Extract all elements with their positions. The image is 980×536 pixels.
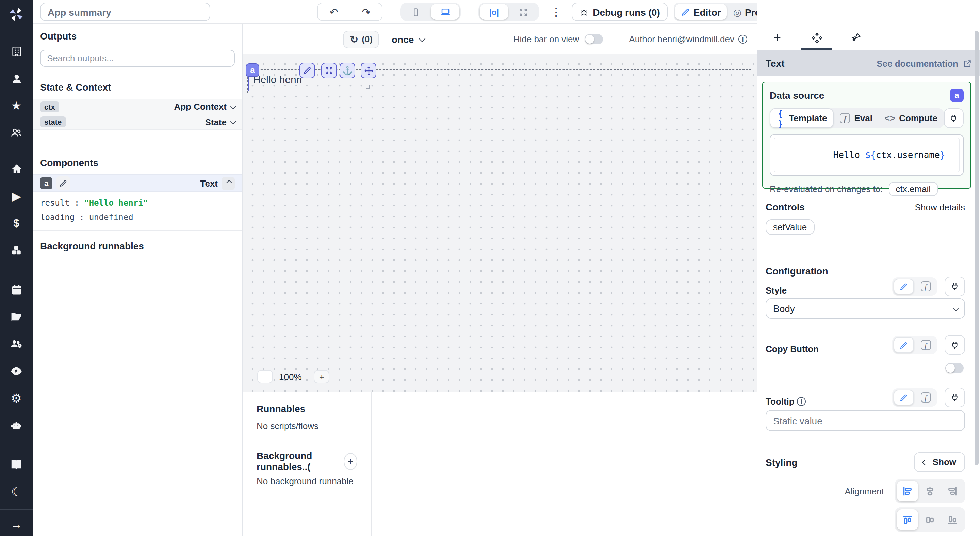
insert-component-tab[interactable]: [757, 24, 797, 50]
resize-handle[interactable]: [366, 85, 370, 89]
template-mode-tab[interactable]: { } Template: [770, 108, 834, 128]
play-runs-icon[interactable]: ▶: [0, 182, 33, 210]
eval-mode-tab[interactable]: f Eval: [834, 108, 878, 128]
windmill-logo[interactable]: [0, 0, 33, 29]
static-editor-button[interactable]: [894, 279, 914, 294]
undo-button[interactable]: ↶: [318, 3, 350, 21]
compute-mode-tab[interactable]: <> Compute: [878, 108, 943, 128]
static-editor-button[interactable]: [894, 337, 914, 353]
edit-component-button[interactable]: [299, 63, 315, 78]
tooltip-label-wrap: Tooltip i: [765, 396, 806, 407]
refresh-icon: ↻: [350, 33, 358, 45]
state-row[interactable]: state State: [33, 115, 242, 130]
component-id-tag[interactable]: a: [246, 63, 259, 77]
state-badge: state: [40, 116, 66, 128]
align-right-button[interactable]: [942, 481, 963, 501]
add-background-runnable-button[interactable]: +: [344, 453, 357, 470]
pencil-icon: [900, 282, 908, 290]
book-docs-icon[interactable]: [0, 451, 33, 478]
gear-settings-icon[interactable]: ⚙: [0, 385, 33, 412]
eval-editor-button[interactable]: f: [915, 389, 936, 405]
home-icon[interactable]: [0, 155, 33, 182]
loading-prop-row[interactable]: loading : undefined: [40, 212, 235, 222]
component-diamonds-icon: [811, 32, 822, 43]
move-component-button[interactable]: [361, 63, 376, 78]
user-group-icon[interactable]: [0, 119, 33, 147]
desktop-view-button[interactable]: [431, 4, 460, 20]
template-code-editor[interactable]: Hello ${ctx.username}: [770, 134, 964, 176]
editor-tab[interactable]: Editor: [675, 4, 727, 20]
app-summary-input[interactable]: [40, 3, 210, 21]
ctx-row[interactable]: ctx App Context: [33, 99, 242, 115]
fullwidth-layout-button[interactable]: [509, 4, 538, 20]
bottom-panel-empty-area: [372, 392, 757, 536]
styling-show-button[interactable]: Show: [914, 452, 965, 472]
static-editor-button[interactable]: [894, 389, 914, 405]
connect-input-button[interactable]: [943, 108, 964, 128]
chevron-down-icon: [231, 103, 236, 109]
eval-editor-button[interactable]: f: [915, 337, 936, 353]
undo-icon: ↶: [329, 6, 338, 18]
robot-ai-icon[interactable]: [0, 412, 33, 439]
refresh-count: (0): [362, 34, 372, 44]
folder-icon[interactable]: [0, 303, 33, 330]
star-icon[interactable]: ★: [0, 92, 33, 119]
anchor-component-button[interactable]: ⚓: [340, 63, 355, 78]
collapse-component-button[interactable]: [222, 177, 235, 190]
collapse-arrow-icon[interactable]: →: [0, 514, 33, 536]
zoom-in-button[interactable]: +: [314, 370, 330, 383]
align-top-button[interactable]: [897, 509, 918, 530]
center-layout-button[interactable]: |o|: [480, 4, 508, 20]
info-icon[interactable]: i: [797, 397, 806, 406]
panel-scrollbar[interactable]: [975, 31, 978, 465]
setvalue-chip[interactable]: setValue: [765, 219, 814, 235]
expand-component-button[interactable]: [321, 63, 337, 78]
alignment-row-horizontal: Alignment: [765, 479, 965, 503]
align-left-button[interactable]: [897, 481, 918, 501]
zoom-out-button[interactable]: −: [257, 370, 273, 383]
connect-plug-button[interactable]: [945, 276, 965, 296]
more-menu-button[interactable]: ⋮: [546, 5, 566, 18]
refresh-button[interactable]: ↻ (0): [343, 30, 379, 48]
editor-kind-toggle: f: [892, 336, 937, 354]
component-settings-tab[interactable]: [797, 24, 837, 50]
user-icon[interactable]: [0, 65, 33, 92]
workspace-building-icon[interactable]: [0, 37, 33, 65]
bug-icon: [579, 7, 589, 17]
tooltip-static-value-input[interactable]: [765, 410, 965, 431]
result-prop-row[interactable]: result : "Hello henri": [40, 198, 235, 208]
divider: [33, 230, 242, 231]
style-select[interactable]: Body: [765, 298, 965, 319]
group-admin-icon[interactable]: [0, 330, 33, 357]
connect-plug-button[interactable]: [945, 335, 965, 355]
component-list-item-a[interactable]: a Text: [33, 174, 242, 192]
ctx-email-chip[interactable]: ctx.email: [889, 182, 937, 196]
moon-dark-mode-icon[interactable]: ☾: [0, 478, 33, 505]
align-bottom-button[interactable]: [942, 509, 963, 530]
see-documentation-link[interactable]: See documentation: [877, 58, 972, 69]
css-editor-tab[interactable]: [837, 24, 876, 50]
eval-editor-button[interactable]: f: [915, 279, 936, 294]
rename-component-button[interactable]: [56, 176, 70, 190]
device-toggle-group: [400, 3, 461, 21]
align-center-vertical-button[interactable]: [920, 509, 940, 530]
debug-runs-button[interactable]: Debug runs (0): [572, 3, 668, 21]
align-center-horizontal-button[interactable]: [920, 481, 940, 501]
copy-button-toggle[interactable]: [945, 363, 964, 373]
cubes-resources-icon[interactable]: [0, 237, 33, 264]
background-runnables-row: Background runnables..( +: [256, 450, 357, 472]
show-details-link[interactable]: Show details: [915, 202, 965, 212]
hide-bar-toggle[interactable]: [585, 34, 603, 44]
refresh-mode-dropdown[interactable]: once: [392, 34, 424, 45]
dollar-variables-icon[interactable]: $: [0, 210, 33, 237]
function-icon: f: [920, 281, 931, 292]
app-canvas[interactable]: Hello henri a ⚓ − 100% +: [243, 54, 757, 392]
info-icon[interactable]: i: [738, 35, 747, 44]
calendar-schedules-icon[interactable]: [0, 276, 33, 303]
redo-button[interactable]: ↷: [350, 3, 382, 21]
connect-plug-button[interactable]: [945, 388, 965, 407]
mobile-view-button[interactable]: [401, 4, 430, 20]
eye-audit-icon[interactable]: [0, 357, 33, 385]
search-outputs-input[interactable]: [40, 50, 235, 67]
braces-icon: { }: [776, 108, 785, 128]
